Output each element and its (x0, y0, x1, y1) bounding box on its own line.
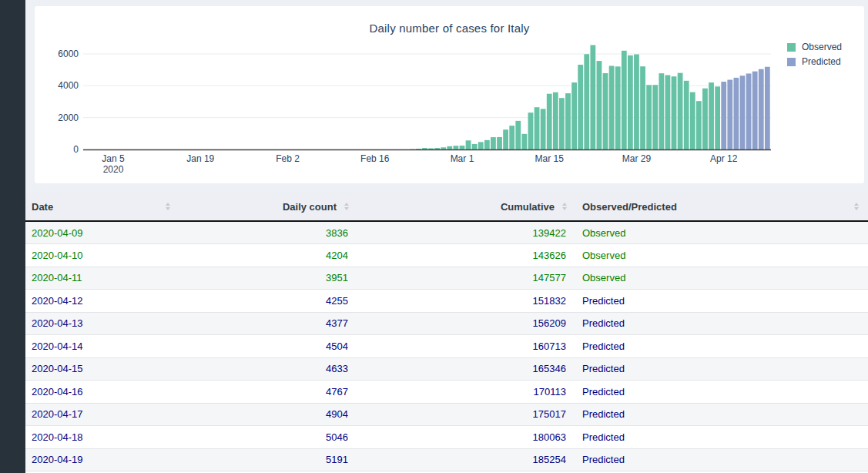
observed-bar[interactable] (571, 82, 577, 149)
observed-bar[interactable] (535, 107, 540, 149)
observed-bar[interactable] (609, 66, 615, 149)
observed-bar[interactable] (584, 54, 589, 149)
observed-bar[interactable] (484, 140, 490, 149)
x-tick-label: Jan 5 (102, 153, 125, 164)
observed-bar[interactable] (590, 45, 595, 149)
predicted-bar[interactable] (746, 73, 752, 149)
observed-bar[interactable] (528, 112, 534, 149)
observed-bar[interactable] (503, 129, 508, 149)
observed-bar[interactable] (434, 148, 440, 149)
legend-label: Predicted (802, 56, 841, 67)
cumulative-cell: 170113 (358, 381, 576, 404)
column-header-date[interactable]: Date (25, 193, 179, 221)
observed-bar[interactable] (565, 93, 571, 149)
predicted-bar[interactable] (734, 78, 739, 149)
observed-bar[interactable] (521, 134, 527, 149)
sort-icon[interactable] (166, 203, 170, 210)
observed-bar[interactable] (428, 148, 434, 149)
predicted-bar[interactable] (721, 82, 726, 149)
legend-item-observed[interactable]: Observed (787, 42, 842, 52)
y-tick-label: 6000 (58, 49, 79, 59)
date-cell: 2020-04-19 (25, 448, 179, 471)
column-header-daily[interactable]: Daily count (179, 193, 358, 221)
table-row: 2020-04-185046180063Predicted (25, 426, 868, 449)
observed-bar[interactable] (472, 144, 478, 149)
predicted-bar[interactable] (765, 67, 770, 149)
observed-bar[interactable] (652, 85, 658, 149)
status-cell: Predicted (576, 448, 868, 471)
observed-bar[interactable] (515, 121, 521, 149)
observed-bar[interactable] (541, 109, 546, 149)
observed-bar[interactable] (491, 137, 496, 149)
date-cell: 2020-04-15 (25, 357, 179, 381)
legend-item-predicted[interactable]: Predicted (787, 56, 842, 67)
cumulative-cell: 139422 (358, 221, 576, 244)
legend-swatch-observed (787, 43, 796, 52)
observed-bar[interactable] (441, 147, 446, 149)
sort-icon[interactable] (854, 203, 859, 210)
observed-bar[interactable] (553, 92, 558, 149)
observed-bar[interactable] (453, 146, 458, 149)
daily-count-cell: 3836 (179, 221, 358, 244)
daily-count-cell: 3951 (179, 267, 358, 290)
y-tick-label: 4000 (58, 80, 79, 91)
observed-bar[interactable] (628, 55, 633, 149)
daily-count-cell: 4504 (179, 335, 358, 358)
observed-bar[interactable] (690, 92, 695, 149)
date-cell: 2020-04-17 (25, 403, 179, 426)
x-tick-label: Mar 15 (535, 153, 565, 164)
status-cell: Observed (576, 244, 868, 267)
column-header-cumulative[interactable]: Cumulative (358, 193, 576, 221)
observed-bar[interactable] (709, 82, 714, 149)
observed-bar[interactable] (509, 126, 514, 149)
predicted-bar[interactable] (740, 75, 746, 149)
x-tick-label: Apr 12 (710, 153, 738, 164)
predicted-bar[interactable] (727, 80, 732, 149)
table-row: 2020-04-093836139422Observed (25, 221, 868, 244)
cumulative-cell: 185254 (358, 448, 576, 471)
observed-bar[interactable] (659, 73, 664, 149)
observed-bar[interactable] (684, 81, 689, 149)
observed-bar[interactable] (460, 146, 465, 149)
observed-bar[interactable] (603, 73, 608, 149)
sidebar (0, 0, 25, 473)
observed-bar[interactable] (665, 75, 671, 149)
daily-count-cell: 4377 (179, 312, 358, 335)
observed-bar[interactable] (646, 85, 652, 149)
column-label: Date (32, 201, 53, 213)
observed-bar[interactable] (559, 98, 565, 149)
status-cell: Predicted (576, 403, 868, 426)
data-table: DateDaily countCumulativeObserved/Predic… (25, 193, 868, 471)
observed-bar[interactable] (678, 73, 683, 149)
predicted-bar[interactable] (752, 72, 758, 149)
x-tick-label: Feb 2 (276, 153, 300, 164)
status-cell: Predicted (576, 290, 868, 313)
observed-bar[interactable] (715, 86, 720, 149)
observed-bar[interactable] (497, 137, 502, 149)
column-label: Cumulative (501, 201, 555, 213)
observed-bar[interactable] (702, 89, 708, 149)
observed-bar[interactable] (466, 140, 471, 149)
table-row: 2020-04-154633165346Predicted (25, 357, 868, 381)
cumulative-cell: 147577 (358, 267, 576, 290)
observed-bar[interactable] (422, 148, 427, 149)
observed-bar[interactable] (478, 142, 484, 149)
observed-bar[interactable] (672, 76, 677, 149)
observed-bar[interactable] (615, 66, 621, 149)
observed-bar[interactable] (547, 94, 552, 149)
column-label: Observed/Predicted (582, 201, 677, 213)
sort-icon[interactable] (562, 203, 567, 210)
observed-bar[interactable] (447, 146, 452, 149)
daily-count-cell: 5046 (179, 426, 358, 449)
observed-bar[interactable] (597, 61, 602, 149)
sort-icon[interactable] (344, 203, 349, 210)
observed-bar[interactable] (640, 66, 645, 149)
observed-bar[interactable] (578, 65, 583, 149)
observed-bar[interactable] (622, 51, 627, 149)
table-row: 2020-04-195191185254Predicted (25, 448, 868, 471)
predicted-bar[interactable] (759, 69, 764, 149)
column-header-status[interactable]: Observed/Predicted (576, 193, 868, 221)
observed-bar[interactable] (634, 55, 639, 149)
cumulative-cell: 156209 (358, 312, 576, 335)
observed-bar[interactable] (696, 101, 702, 149)
